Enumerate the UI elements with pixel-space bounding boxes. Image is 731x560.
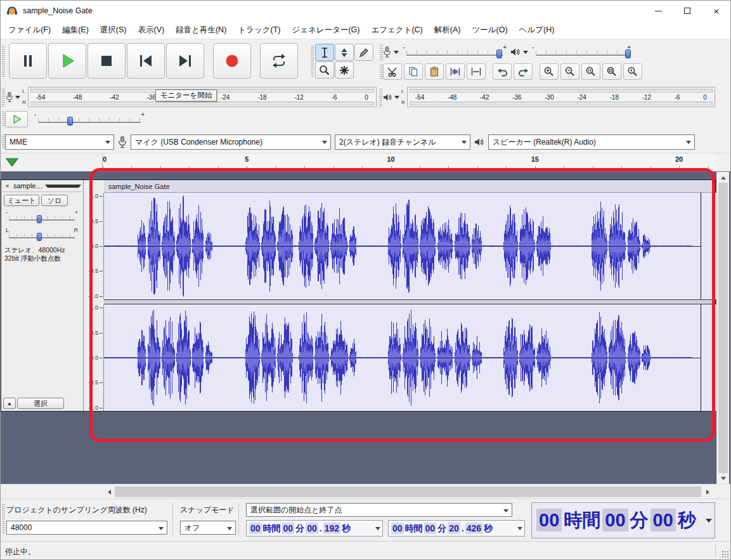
time-segment[interactable]: 00 xyxy=(424,523,437,534)
selection-tool-button[interactable] xyxy=(315,44,334,61)
chevron-down-icon[interactable] xyxy=(375,527,380,533)
time-segment[interactable]: 分 xyxy=(437,523,447,533)
menu-item[interactable]: 録音と再生(N) xyxy=(170,22,232,39)
time-segment[interactable]: 00 xyxy=(282,523,295,534)
recording-volume-slider[interactable]: - + xyxy=(401,44,508,60)
pan-thumb[interactable] xyxy=(37,233,42,241)
track-area[interactable]: × sample_Noise ミュート ソロ - + L R xyxy=(0,172,731,484)
redo-button[interactable] xyxy=(514,63,533,80)
pause-button[interactable] xyxy=(9,43,47,79)
timeline-ruler[interactable]: 05101520 xyxy=(103,153,715,171)
chevron-down-icon[interactable] xyxy=(706,519,712,526)
paste-button[interactable] xyxy=(425,63,444,80)
menu-item[interactable]: 解析(A) xyxy=(429,22,467,39)
vertical-scrollbar[interactable] xyxy=(716,172,729,484)
time-segment[interactable]: 時間 xyxy=(262,523,281,533)
maximize-button[interactable] xyxy=(673,0,702,22)
audio-host-select[interactable]: MME xyxy=(5,134,114,150)
toolbar-grip[interactable] xyxy=(2,46,5,77)
time-segment[interactable]: 秒 xyxy=(341,523,351,533)
zoom-to-selection-button[interactable] xyxy=(581,63,600,80)
selection-start-value[interactable]: 00時間00分00.192秒 xyxy=(249,523,351,534)
timeline-pin-icon[interactable] xyxy=(5,157,19,167)
audio-position-value[interactable]: 00時間00分00秒 xyxy=(536,509,697,531)
clip-header[interactable]: sample_Noise Gate xyxy=(104,180,715,193)
zoom-toggle-button[interactable] xyxy=(623,63,642,80)
play-speed-thumb[interactable] xyxy=(67,117,73,126)
track-close-button[interactable]: × xyxy=(3,182,11,190)
waveform-channel-2[interactable] xyxy=(104,304,716,411)
gain-thumb[interactable] xyxy=(37,215,42,223)
waveform-channel-1[interactable] xyxy=(104,193,716,299)
cut-button[interactable] xyxy=(383,63,402,80)
recording-meter[interactable]: L R -54-48-42-36-30-24-18-12-60 モニターを開始 xyxy=(6,86,377,108)
time-segment[interactable]: 00 xyxy=(391,523,404,534)
time-segment[interactable]: 秒 xyxy=(483,523,493,533)
scroll-left-button[interactable] xyxy=(103,486,114,497)
toolbar-grip[interactable] xyxy=(379,89,382,107)
mute-button[interactable]: ミュート xyxy=(4,195,39,206)
close-button[interactable]: × xyxy=(702,0,731,22)
select-button[interactable]: 選択 xyxy=(17,398,64,409)
play-at-speed-button[interactable] xyxy=(5,111,28,127)
minimize-button[interactable] xyxy=(644,0,673,22)
playback-volume-slider[interactable]: - + xyxy=(531,44,632,60)
recording-channels-select[interactable]: 2(ステレオ) 録音チャンネル xyxy=(335,134,470,150)
time-segment[interactable]: 00 xyxy=(650,509,676,531)
playback-meter-body[interactable]: -54-48-42-36-30-24-18-12-60 xyxy=(407,87,715,107)
scroll-up-button[interactable] xyxy=(717,172,729,183)
horizontal-scrollbar[interactable] xyxy=(0,484,731,499)
zoom-in-button[interactable] xyxy=(540,63,559,80)
menu-item[interactable]: 選択(S) xyxy=(94,22,133,39)
skip-to-end-button[interactable] xyxy=(166,43,204,79)
zoom-tool-button[interactable] xyxy=(315,62,334,79)
zoom-out-button[interactable] xyxy=(560,63,579,80)
menu-item[interactable]: 編集(E) xyxy=(56,22,94,39)
time-segment[interactable]: . xyxy=(461,523,465,533)
amplitude-ruler-2[interactable]: 1.00.50.0-0.5-1.0 xyxy=(84,304,104,411)
scroll-down-button[interactable] xyxy=(717,473,729,484)
time-segment[interactable]: 分 xyxy=(295,523,305,533)
envelope-tool-button[interactable] xyxy=(335,44,354,61)
time-segment[interactable]: 00 xyxy=(536,509,562,531)
toolbar-grip[interactable] xyxy=(2,89,5,107)
recording-volume-thumb[interactable] xyxy=(496,49,502,58)
time-segment[interactable]: 00 xyxy=(306,523,318,534)
time-segment[interactable]: 00 xyxy=(249,523,262,534)
scroll-right-button[interactable] xyxy=(702,486,713,497)
record-button[interactable] xyxy=(213,43,251,79)
recording-device-select[interactable]: マイク (USB Condenser Microphone) xyxy=(131,134,331,150)
menu-item[interactable]: 表示(V) xyxy=(132,22,170,39)
playback-volume-thumb[interactable] xyxy=(625,49,631,58)
stop-button[interactable] xyxy=(87,43,126,79)
vertical-scrollbar-thumb[interactable] xyxy=(718,183,728,473)
selection-start-field[interactable]: 00時間00分00.192秒 xyxy=(246,520,383,537)
amplitude-ruler-1[interactable]: 1.00.50.0-0.5-1.0 xyxy=(84,193,104,299)
menu-item[interactable]: ジェネレーター(G) xyxy=(286,22,365,39)
selection-end-field[interactable]: 00時間00分20.426秒 xyxy=(388,520,525,537)
horizontal-scrollbar-thumb[interactable] xyxy=(115,486,701,497)
menu-item[interactable]: ファイル(F) xyxy=(3,22,56,39)
titlebar[interactable]: sample_Noise Gate × xyxy=(0,0,731,22)
menu-item[interactable]: エフェクト(C) xyxy=(365,22,428,39)
toolbar-grip[interactable] xyxy=(2,504,5,535)
menu-item[interactable]: トラック(T) xyxy=(232,22,286,39)
silence-audio-button[interactable] xyxy=(467,63,486,80)
skip-to-start-button[interactable] xyxy=(127,43,165,79)
multi-tool-button[interactable] xyxy=(335,62,354,79)
time-segment[interactable]: 192 xyxy=(323,523,340,534)
play-button[interactable] xyxy=(48,43,86,79)
time-segment[interactable]: . xyxy=(319,523,323,533)
sample-rate-select[interactable]: 48000 xyxy=(6,521,167,535)
recording-meter-body[interactable]: -54-48-42-36-30-24-18-12-60 モニターを開始 xyxy=(28,87,377,107)
time-segment[interactable]: 00 xyxy=(602,509,628,531)
gain-slider[interactable]: - + xyxy=(4,209,80,225)
trim-audio-button[interactable] xyxy=(446,63,465,80)
time-segment[interactable]: 時間 xyxy=(404,523,424,533)
menu-item[interactable]: ヘルプ(H) xyxy=(514,22,560,39)
pan-slider[interactable]: L R xyxy=(4,227,80,242)
toolbar-grip[interactable] xyxy=(311,46,314,77)
selection-end-value[interactable]: 00時間00分20.426秒 xyxy=(391,523,493,534)
time-segment[interactable]: 秒 xyxy=(676,510,697,530)
track-name-button[interactable]: sample_Noise xyxy=(13,182,81,190)
